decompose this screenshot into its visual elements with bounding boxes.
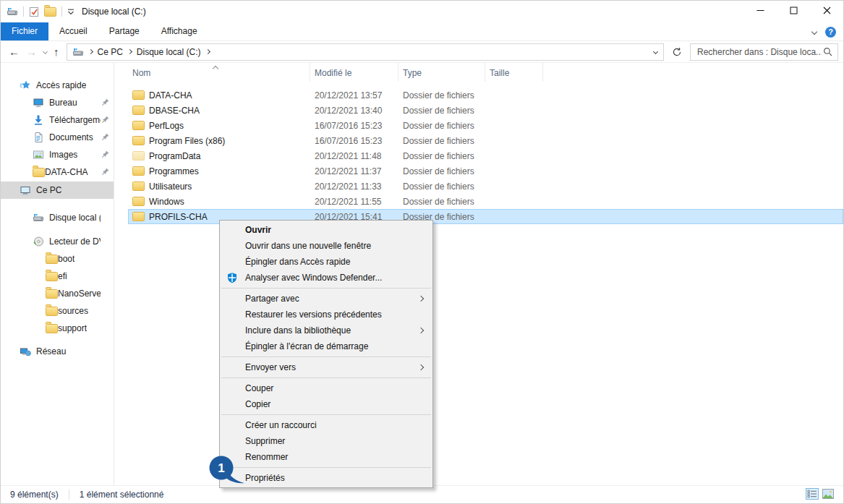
search-input[interactable] [696, 46, 823, 58]
menu-item-épingler-dans-accès-rapide[interactable]: Épingler dans Accès rapide [220, 254, 432, 270]
column-header-nom[interactable]: Nom [128, 63, 310, 82]
thumbnails-view-button[interactable] [822, 489, 834, 501]
file-row-data-cha[interactable]: DATA-CHA20/12/2021 13:57Dossier de fichi… [128, 87, 843, 103]
address-dropdown-icon[interactable] [647, 44, 663, 60]
menu-item-analyser-avec-windows-defender[interactable]: Analyser avec Windows Defender... [220, 270, 432, 286]
sidebar-item-documents[interactable]: Documents [1, 129, 114, 146]
sidebar-item-lecteur-dvd-d[interactable]: Lecteur de DVD (D:) S [1, 233, 114, 250]
file-row-utilisateurs[interactable]: Utilisateurs20/12/2021 11:33Dossier de f… [128, 179, 843, 194]
sidebar-item-telechargements[interactable]: Téléchargements [1, 111, 114, 129]
file-row-perflogs[interactable]: PerfLogs16/07/2016 15:23Dossier de fichi… [128, 118, 843, 133]
details-view-icon [806, 488, 819, 502]
menu-separator [221, 467, 431, 468]
column-header-taille[interactable]: Taille [485, 63, 543, 82]
tab-affichage[interactable]: Affichage [150, 22, 208, 40]
folder-icon [132, 166, 145, 176]
breadcrumb-local-disk[interactable]: Disque local (C:) [137, 47, 201, 57]
file-name: Program Files (x86) [149, 136, 225, 146]
maximize-icon [790, 7, 798, 17]
file-row-programdata[interactable]: ProgramData20/12/2021 11:48Dossier de fi… [128, 148, 843, 163]
breadcrumb-this-pc[interactable]: Ce PC [98, 47, 123, 57]
desktop-icon [33, 97, 44, 108]
up-button[interactable]: ↑ [54, 46, 59, 57]
menu-item-label: Épingler à l'écran de démarrage [245, 341, 368, 351]
sidebar-item-nanoserver[interactable]: NanoServer [1, 285, 114, 302]
file-list: DATA-CHA20/12/2021 13:57Dossier de fichi… [128, 87, 843, 224]
menu-item-ouvrir[interactable]: Ouvrir [220, 222, 432, 238]
file-name: Utilisateurs [149, 181, 192, 192]
sidebar-item-ce-pc[interactable]: Ce PC [1, 181, 114, 199]
file-row-program-files-x86[interactable]: Program Files (x86)16/07/2016 15:23Dossi… [128, 133, 843, 148]
submenu-arrow-icon [418, 296, 424, 302]
menu-item-supprimer[interactable]: Supprimer [220, 433, 432, 449]
forward-button[interactable]: → [26, 46, 37, 57]
sidebar-item-acces-rapide[interactable]: Accès rapide [1, 77, 114, 94]
maximize-button[interactable] [777, 1, 810, 22]
sidebar-item-label: Ce PC [36, 185, 61, 195]
menu-item-partager-avec[interactable]: Partager avec [220, 291, 432, 307]
menu-item-label: Ouvrir dans une nouvelle fenêtre [245, 241, 371, 251]
menu-item-créer-un-raccourci[interactable]: Créer un raccourci [220, 417, 432, 433]
search-icon [823, 47, 832, 56]
sidebar-item-label: Accès rapide [36, 80, 86, 90]
file-modified: 16/07/2016 15:23 [310, 121, 398, 131]
sidebar-item-images[interactable]: Images [1, 146, 114, 163]
sidebar-item-bureau[interactable]: Bureau [1, 94, 114, 111]
menu-item-copier[interactable]: Copier [220, 396, 432, 412]
recent-locations-icon[interactable] [43, 49, 48, 54]
help-icon[interactable]: ? [825, 27, 836, 38]
sidebar-item-data-cha[interactable]: DATA-CHA [1, 163, 114, 181]
folder-icon [132, 181, 145, 191]
menu-item-renommer[interactable]: Renommer [220, 449, 432, 465]
file-type: Dossier de fichiers [398, 197, 485, 207]
folder-icon [132, 90, 145, 100]
items-count: 9 élément(s) [10, 490, 59, 500]
folder-icon [132, 106, 145, 115]
folder-icon [46, 272, 58, 281]
tab-fichier[interactable]: Fichier [1, 22, 48, 40]
file-name: DBASE-CHA [149, 106, 200, 116]
menu-item-épingler-à-l-écran-de-démarrage[interactable]: Épingler à l'écran de démarrage [220, 338, 432, 354]
menu-item-inclure-dans-la-bibliothèque[interactable]: Inclure dans la bibliothèque [220, 323, 432, 338]
pin-icon [101, 132, 110, 143]
sidebar-item-disque-local-c[interactable]: Disque local (C:) [1, 209, 114, 226]
menu-item-propriétés[interactable]: Propriétés [220, 470, 432, 486]
breadcrumb-chevron-icon [88, 49, 93, 54]
menu-item-label: Renommer [245, 452, 288, 462]
refresh-icon[interactable] [668, 43, 686, 61]
column-header-type[interactable]: Type [398, 63, 485, 82]
menu-item-ouvrir-dans-une-nouvelle-fenêtre[interactable]: Ouvrir dans une nouvelle fenêtre [220, 238, 432, 254]
qat-customize-arrow-button[interactable] [67, 8, 74, 15]
tab-accueil[interactable]: Accueil [48, 22, 98, 40]
collapse-ribbon-icon[interactable] [811, 29, 817, 35]
file-type: Dossier de fichiers [398, 121, 485, 131]
dvd-icon [33, 236, 44, 247]
details-view-button[interactable] [806, 488, 819, 502]
back-button[interactable]: ← [9, 46, 20, 57]
menu-item-restaurer-les-versions-précédentes[interactable]: Restaurer les versions précédentes [220, 307, 432, 323]
menu-item-label: Partager avec [245, 294, 299, 304]
minimize-button[interactable] [743, 1, 777, 22]
qat-check-page-button[interactable] [29, 7, 39, 17]
menu-item-envoyer-vers[interactable]: Envoyer vers [220, 359, 432, 375]
column-header-modifie-le[interactable]: Modifié le [310, 63, 398, 82]
file-name: PerfLogs [149, 121, 184, 131]
qat-drive-button[interactable] [7, 6, 18, 17]
address-box[interactable]: Ce PC Disque local (C:) [67, 43, 665, 61]
sidebar-item-reseau[interactable]: Réseau [1, 343, 114, 360]
sidebar-item-label: Téléchargements [49, 115, 101, 125]
close-button[interactable] [810, 1, 843, 22]
selection-count: 1 élément sélectionné [80, 490, 164, 500]
menu-item-couper[interactable]: Couper [220, 380, 432, 396]
folder-icon [46, 255, 58, 264]
sidebar-item-efi[interactable]: efi [1, 268, 114, 285]
sidebar-item-label: Disque local (C:) [49, 213, 101, 223]
sidebar-item-boot[interactable]: boot [1, 250, 114, 268]
qat-folder-button[interactable] [44, 7, 56, 17]
file-row-programmes[interactable]: Programmes20/12/2021 11:37Dossier de fic… [128, 163, 843, 179]
sidebar-item-sources[interactable]: sources [1, 302, 114, 320]
tab-partage[interactable]: Partage [98, 22, 150, 40]
file-row-windows[interactable]: Windows20/12/2021 11:55Dossier de fichie… [128, 194, 843, 209]
sidebar-item-support[interactable]: support [1, 320, 114, 337]
file-row-dbase-cha[interactable]: DBASE-CHA20/12/2021 13:40Dossier de fich… [128, 103, 843, 118]
